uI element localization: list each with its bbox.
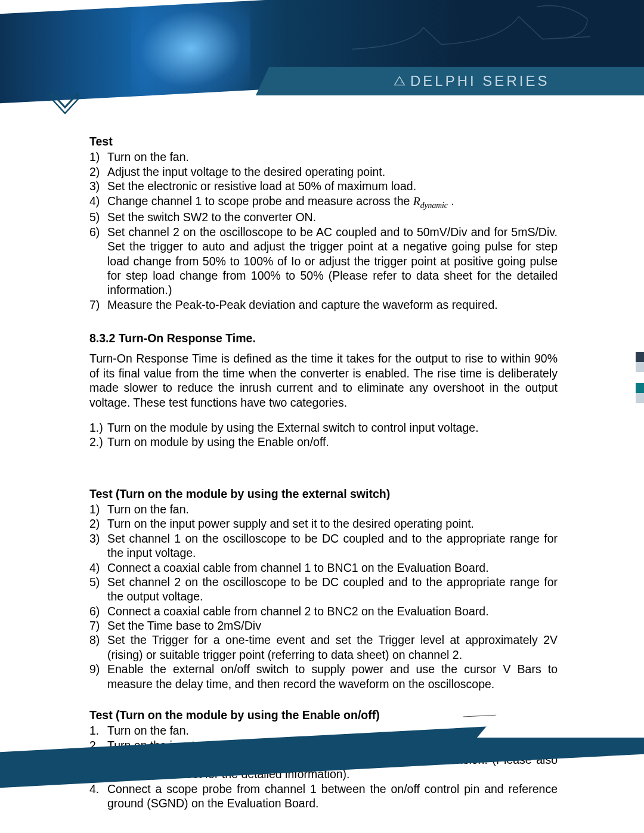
series-text: DELPHI SERIES — [410, 73, 549, 89]
list-item: Change channel 1 to scope probe and meas… — [89, 194, 558, 210]
list-item: Set channel 2 on the oscilloscope to be … — [89, 225, 558, 298]
side-tab — [636, 383, 644, 403]
list-item: Measure the Peak-to-Peak deviation and c… — [89, 298, 558, 312]
delphi-triangle-icon — [394, 75, 405, 87]
series-label: DELPHI SERIES — [394, 73, 549, 89]
list-item: Turn on module by using the Enable on/of… — [89, 435, 558, 449]
list-item: Set the Time base to 2mS/Div — [89, 618, 558, 633]
categories-list: Turn on the module by using the External… — [89, 420, 558, 450]
series-title-band: DELPHI SERIES — [256, 67, 644, 95]
section-832-paragraph: Turn-On Response Time is defined as the … — [89, 351, 558, 410]
list-item: Turn on the fan. — [89, 502, 558, 516]
banner-light-effect — [131, 1, 250, 96]
chevron-down-icon — [49, 88, 82, 121]
list-item: Enable the external on/off switch to sup… — [89, 662, 558, 691]
list-item: Turn on the fan. — [89, 150, 558, 164]
test-external-heading: Test (Turn on the module by using the ex… — [89, 487, 558, 501]
side-tabs-decoration — [636, 352, 644, 403]
test-heading: Test — [89, 134, 558, 148]
list-item: Connect a coaxial cable from channel 1 t… — [89, 561, 558, 575]
list-item: Adjust the input voltage to the desired … — [89, 165, 558, 179]
section-832-heading: 8.3.2 Turn-On Response Time. — [89, 331, 558, 345]
list-item: Set channel 2 on the oscilloscope to be … — [89, 575, 558, 604]
r-dynamic-symbol: Rdynamic — [413, 195, 448, 208]
document-content: Test Turn on the fan. Adjust the input v… — [89, 134, 558, 811]
list-item: Set the electronic or resistive load at … — [89, 179, 558, 193]
list-item: Connect a coaxial cable from channel 2 t… — [89, 604, 558, 618]
list-item: Set the Trigger for a one-time event and… — [89, 633, 558, 662]
test-external-steps-list: Turn on the fan. Turn on the input power… — [89, 502, 558, 691]
list-item: Set the switch SW2 to the converter ON. — [89, 210, 558, 224]
list-item: Turn on the input power supply and set i… — [89, 516, 558, 531]
side-tab — [636, 352, 644, 372]
list-item: Turn on the module by using the External… — [89, 420, 558, 435]
test-steps-list: Turn on the fan. Adjust the input voltag… — [89, 150, 558, 312]
list-item: Connect a scope probe from channel 1 bet… — [89, 782, 558, 811]
list-item: Set channel 1 on the oscilloscope to be … — [89, 531, 558, 561]
banner-curve-decoration — [352, 0, 590, 61]
